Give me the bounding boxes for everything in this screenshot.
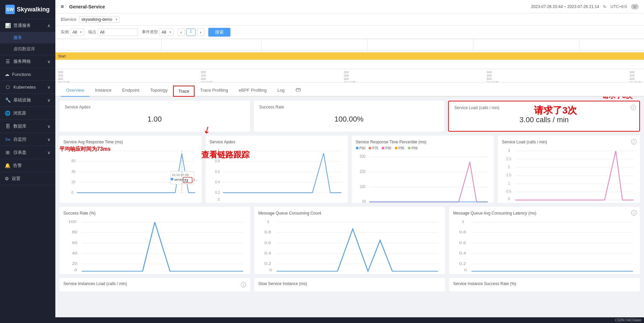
tab-topology[interactable]: Topology [145,84,173,97]
svg-text:20: 20 [72,262,77,266]
event-filter: 事件类型 All [142,29,173,36]
footer-copyright: CSDN ©ACGlake [615,318,642,322]
sidebar-section-dashboard: ⊞ 仪表盘 ∨ [0,146,55,159]
tab-ebpf-profiling[interactable]: eBPF Profiling [233,84,272,97]
svg-text:0.8: 0.8 [264,230,271,234]
instance-select[interactable]: All [70,29,84,36]
event-select[interactable]: All [159,29,173,36]
sidebar-item-service[interactable]: 服务 [0,32,55,43]
slow-service-instance-card: Slow Service Instance (ms) [254,278,445,291]
service-apdex-value: 1.00 [65,112,245,126]
sidebar-section-browser: 🌐 浏览器 [0,107,55,120]
k8s-chevron-icon: ∨ [47,85,51,90]
menu-icon[interactable]: ≡ [61,4,64,10]
mq-latency-title: Message Queue Avg Consuming Latency (ms) [453,211,636,216]
timezone-label: UTC+8:0 [610,4,627,9]
apdex-svg: 1 0.8 0.6 0.4 0.2 0 [210,146,344,203]
instance-label: 实例 [61,29,69,35]
success-rate-card: Success Rate 100.00% [254,101,444,132]
page-nav: ‹ 1 › [177,29,204,36]
refresh-icon[interactable]: ↻ [603,4,606,9]
endpoint-input[interactable] [98,29,138,36]
instance-select-wrapper: All [70,29,84,36]
mq-count-title: Message Queue Consuming Count [258,211,441,216]
sidebar-logo: SW Skywalking [0,0,55,19]
svg-text:0.4: 0.4 [459,251,466,256]
tab-trace-profiling[interactable]: Trace Profiling [195,84,233,97]
tab-storage[interactable]: 🗃 [290,83,306,97]
tab-endpoint[interactable]: Endpoint [117,84,145,97]
filter-bar: 实例 All 端点 事件类型 All ‹ 1 › 搜索 [55,26,644,39]
service-label: $Service [61,17,76,22]
page-title: General-Service [69,4,105,9]
mq-latency-info-icon[interactable]: i [631,210,637,216]
svg-text:80: 80 [72,230,77,234]
percentile-chart: Service Response Time Percentile (ms) P5… [352,136,494,203]
search-button[interactable]: 搜索 [208,28,230,37]
main-content: ≡ General-Service 2023-07-26 20:44 ~ 202… [55,0,644,323]
sidebar-item-settings[interactable]: ⚙ 设置 [0,172,55,185]
chevron-icon: ∧ [47,23,51,28]
tab-trace[interactable]: Trace [173,86,195,97]
instances-load-info-icon[interactable]: i [241,282,246,287]
service-load-card: Service Load (calls / min) 3.00 calls / … [448,101,640,132]
mq-count-svg: 1 0.8 0.6 0.4 0.2 0 [258,218,441,274]
service-instances-load-card: Service Instances Load (calls / min) i [59,278,250,291]
svg-text:60: 60 [71,159,75,163]
svg-text:1: 1 [218,148,220,152]
sidebar-group-dashboard[interactable]: ⊞ 仪表盘 ∨ [0,146,55,159]
sidebar-group-mesh[interactable]: ☰ 服务网格 ∨ [0,55,55,68]
svg-text:0: 0 [269,268,272,272]
svg-text:60: 60 [72,240,77,245]
svg-text:0.2: 0.2 [459,262,466,266]
selfmonitor-label: 自监控 [13,136,26,142]
sidebar-group-infra[interactable]: 🔧 基础设施 ∨ [0,94,55,106]
bottom-chart-labels-row: Service Instances Load (calls / min) i S… [59,278,640,291]
avg-response-chart: Service Avg Response Time (ms) 平均响应时间为73… [59,136,202,203]
prev-page-button[interactable]: ‹ [177,29,185,36]
sidebar-group-kubernetes[interactable]: ⬡ Kubernetes ∨ [0,81,55,93]
service-load-svg: 3 2.5 2 1.5 1 0.5 0 [502,146,636,203]
annotation-requests: 请求了3次 [602,97,633,100]
svg-text:50: 50 [362,199,366,203]
service-load-chart-info-icon[interactable]: i [631,139,637,144]
toggle-switch[interactable]: V [631,4,639,9]
service-load-chart-title: Service Load (calls / min) [502,140,636,144]
sidebar-group-db[interactable]: 🗄 数据库 ∨ [0,120,55,133]
header-left: ≡ General-Service [61,4,105,10]
svg-text:2: 2 [508,165,510,169]
sidebar-item-virtual-db[interactable]: 虚拟数据库 [0,43,55,55]
sidebar-section-selfmonitor: Sw 自监控 ∨ [0,133,55,146]
tab-instance[interactable]: Instance [90,84,117,97]
tab-overview[interactable]: Overview [61,84,90,97]
service-load-value: 3.00 calls / min [454,113,634,127]
svg-text:0.5: 0.5 [506,189,512,193]
slow-service-instance-title: Slow Service Instance (ms) [258,281,307,286]
tab-log[interactable]: Log [272,84,290,97]
svg-text:0.8: 0.8 [215,159,220,163]
sidebar-item-functions[interactable]: ☁ Functions [0,68,55,80]
datetime-range: 2023-07-26 20:44 ~ 2023-07-26 21:14 [531,4,599,9]
sidebar-group-selfmonitor[interactable]: Sw 自监控 ∨ [0,133,55,146]
svg-text:3: 3 [508,148,510,152]
svg-text:1: 1 [267,220,269,224]
sidebar-item-browser[interactable]: 🌐 浏览器 [0,107,55,120]
mesh-icon: ☰ [5,58,11,64]
service-load-info-icon[interactable]: i [631,105,636,110]
svg-text:100: 100 [68,220,76,224]
instance-filter: 实例 All [61,29,84,36]
svg-text:200: 200 [359,154,365,158]
service-select[interactable]: skywalking-demo [79,16,120,23]
sidebar-group-general-service[interactable]: 📊 普通服务 ∧ [0,19,55,32]
svg-text:20: 20 [71,180,75,184]
next-page-button[interactable]: › [197,29,204,36]
endpoint-filter: 端点 [88,29,138,36]
timeline-start-bar: Start [55,52,644,60]
kubernetes-icon: ⬡ [5,84,11,90]
service-bar: $Service skywalking-demo [55,13,644,26]
timeline-xaxis: 00020040021:12:36 00020040021:12:37 0002… [55,69,644,82]
dashboard-label: 仪表盘 [13,149,26,155]
service-instances-load-title: Service Instances Load (calls / min) [63,281,127,286]
sidebar-item-alerts[interactable]: 🔔 告警 [0,159,55,172]
event-select-wrapper: All [159,29,173,36]
